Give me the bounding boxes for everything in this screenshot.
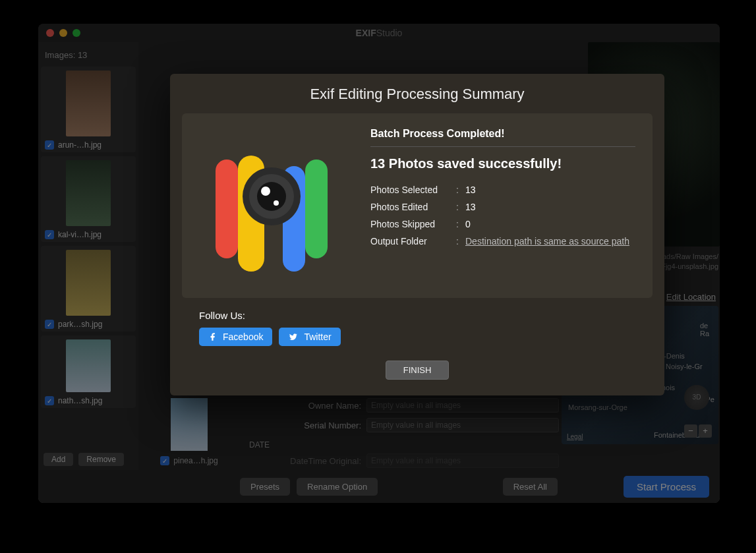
facebook-button[interactable]: Facebook xyxy=(199,328,272,346)
twitter-label: Twitter xyxy=(304,332,331,342)
svg-rect-1 xyxy=(305,160,328,258)
output-folder-label: Output Folder xyxy=(370,236,456,247)
app-logo-icon xyxy=(199,128,344,283)
photos-skipped-value: 0 xyxy=(465,219,471,229)
facebook-label: Facebook xyxy=(223,332,263,342)
svg-point-6 xyxy=(257,182,286,211)
photos-edited-value: 13 xyxy=(465,202,476,212)
modal-title: Exif Editing Processing Summary xyxy=(170,86,664,103)
photos-selected-value: 13 xyxy=(465,185,476,195)
batch-completed-label: Batch Process Completed! xyxy=(370,128,635,147)
svg-point-7 xyxy=(261,187,270,196)
photos-selected-label: Photos Selected xyxy=(370,185,456,195)
svg-point-8 xyxy=(274,200,279,206)
follow-us-label: Follow Us: xyxy=(199,310,635,321)
twitter-icon xyxy=(288,332,299,341)
twitter-button[interactable]: Twitter xyxy=(279,328,340,346)
finish-button[interactable]: FINISH xyxy=(386,361,450,380)
photos-edited-label: Photos Edited xyxy=(370,202,456,212)
success-message: 13 Photos saved successfully! xyxy=(370,156,635,171)
facebook-icon xyxy=(208,332,218,341)
photos-skipped-label: Photos Skipped xyxy=(370,219,456,229)
app-window: EXIFStudio Images: 13 ✓ arun-…h.jpg xyxy=(38,24,720,503)
svg-rect-0 xyxy=(216,160,238,258)
summary-panel: Batch Process Completed! 13 Photos saved… xyxy=(370,128,635,283)
output-folder-link[interactable]: Destination path is same as source path xyxy=(465,236,629,247)
summary-modal: Exif Editing Processing Summary Batch Pr… xyxy=(170,74,664,395)
